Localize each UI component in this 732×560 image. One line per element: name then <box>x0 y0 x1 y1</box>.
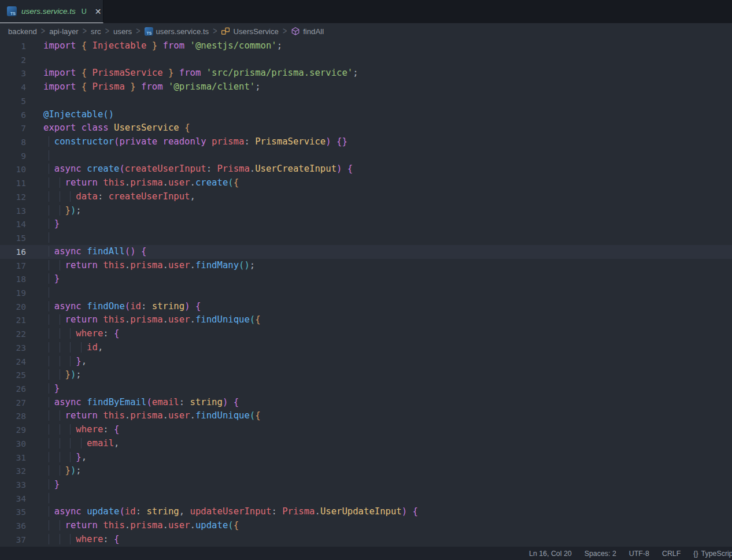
line-number[interactable]: 37 <box>0 533 26 547</box>
code-line-6[interactable]: 6@Injectable() <box>0 108 732 122</box>
close-icon[interactable]: ✕ <box>95 8 102 16</box>
line-number[interactable]: 23 <box>0 341 26 355</box>
line-number[interactable]: 30 <box>0 437 26 451</box>
breadcrumb-item-usersservice[interactable]: UsersService <box>219 27 280 36</box>
code-line-32[interactable]: 32 }); <box>0 464 732 478</box>
code-line-25[interactable]: 25 }); <box>0 368 732 382</box>
code-line-16[interactable]: 16 async findAll() { <box>0 245 732 259</box>
line-number[interactable]: 2 <box>0 53 26 67</box>
line-number[interactable]: 9 <box>0 149 26 163</box>
line-number[interactable]: 31 <box>0 451 26 465</box>
line-number[interactable]: 13 <box>0 204 26 218</box>
code-line-23[interactable]: 23 id, <box>0 341 732 355</box>
line-number[interactable]: 10 <box>0 162 26 176</box>
line-number[interactable]: 1 <box>0 39 26 53</box>
token <box>43 191 76 202</box>
line-number[interactable]: 27 <box>0 396 26 410</box>
code-line-9[interactable]: 9 <box>0 149 732 163</box>
breadcrumb-item-backend[interactable]: backend <box>6 27 39 36</box>
line-number[interactable]: 6 <box>0 108 26 122</box>
code-line-5[interactable]: 5 <box>0 94 732 108</box>
token <box>43 465 65 476</box>
line-number[interactable]: 33 <box>0 478 26 492</box>
code-line-15[interactable]: 15 <box>0 231 732 245</box>
code-line-35[interactable]: 35 async update(id: string, updateUserIn… <box>0 505 732 519</box>
line-number[interactable]: 22 <box>0 327 26 341</box>
code-line-18[interactable]: 18 } <box>0 272 732 286</box>
line-number[interactable]: 20 <box>0 300 26 314</box>
line-number[interactable]: 5 <box>0 94 26 108</box>
code-line-10[interactable]: 10 async create(createUserInput: Prisma.… <box>0 162 732 176</box>
status-item-crlf[interactable]: CRLF <box>662 550 681 558</box>
code-line-12[interactable]: 12 data: createUserInput, <box>0 190 732 204</box>
line-number[interactable]: 18 <box>0 272 26 286</box>
line-number[interactable]: 34 <box>0 492 26 506</box>
line-number[interactable]: 3 <box>0 66 26 80</box>
code-line-21[interactable]: 21 return this.prisma.user.findUnique({ <box>0 313 732 327</box>
line-number[interactable]: 14 <box>0 217 26 231</box>
code-line-26[interactable]: 26 } <box>0 382 732 396</box>
code-line-20[interactable]: 20 async findOne(id: string) { <box>0 300 732 314</box>
line-number[interactable]: 28 <box>0 409 26 423</box>
code-line-24[interactable]: 24 }, <box>0 355 732 369</box>
code-line-13[interactable]: 13 }); <box>0 204 732 218</box>
code-line-19[interactable]: 19 <box>0 286 732 300</box>
line-number[interactable]: 36 <box>0 519 26 533</box>
code-line-33[interactable]: 33 } <box>0 478 732 492</box>
status-item-utf-8[interactable]: UTF-8 <box>629 550 649 558</box>
code-line-17[interactable]: 17 return this.prisma.user.findMany(); <box>0 259 732 273</box>
line-number[interactable]: 26 <box>0 382 26 396</box>
code-line-4[interactable]: 4import { Prisma } from '@prisma/client'… <box>0 80 732 94</box>
line-number[interactable]: 4 <box>0 80 26 94</box>
code-line-36[interactable]: 36 return this.prisma.user.update({ <box>0 519 732 533</box>
token: ) <box>71 369 76 380</box>
token <box>43 287 54 298</box>
token: return <box>65 520 98 531</box>
line-number[interactable]: 8 <box>0 135 26 149</box>
line-number[interactable]: 24 <box>0 355 26 369</box>
status-item-ln-16-col-20[interactable]: Ln 16, Col 20 <box>529 550 572 558</box>
line-number[interactable]: 7 <box>0 121 26 135</box>
line-number[interactable]: 17 <box>0 259 26 273</box>
line-number[interactable]: 32 <box>0 464 26 478</box>
breadcrumb-item-api-layer[interactable]: api-layer <box>47 27 80 36</box>
code-line-11[interactable]: 11 return this.prisma.user.create({ <box>0 176 732 190</box>
line-number[interactable]: 11 <box>0 176 26 190</box>
code-line-2[interactable]: 2 <box>0 53 732 67</box>
code-line-27[interactable]: 27 async findByEmail(email: string) { <box>0 396 732 410</box>
line-number[interactable]: 29 <box>0 423 26 437</box>
breadcrumb-item-src[interactable]: src <box>89 27 103 36</box>
code-line-8[interactable]: 8 constructor(private readonly prisma: P… <box>0 135 732 149</box>
tab-users-service[interactable]: users.service.ts U ✕ <box>0 0 103 23</box>
code-line-14[interactable]: 14 } <box>0 217 732 231</box>
code-line-28[interactable]: 28 return this.prisma.user.findUnique({ <box>0 409 732 423</box>
line-number[interactable]: 35 <box>0 505 26 519</box>
line-number[interactable]: 15 <box>0 231 26 245</box>
line-content: @Injectable() <box>26 108 114 122</box>
code-line-7[interactable]: 7export class UsersService { <box>0 121 732 135</box>
line-number[interactable]: 16 <box>0 245 26 259</box>
status-item-spaces-2[interactable]: Spaces: 2 <box>585 550 616 558</box>
breadcrumb-item-findall[interactable]: findAll <box>289 27 326 36</box>
code-line-34[interactable]: 34 <box>0 492 732 506</box>
token <box>98 520 103 531</box>
line-number[interactable]: 19 <box>0 286 26 300</box>
line-content: where: { <box>26 533 119 547</box>
line-number[interactable]: 12 <box>0 190 26 204</box>
code-line-37[interactable]: 37 where: { <box>0 533 732 547</box>
breadcrumb-item-users-service-ts[interactable]: users.service.ts <box>143 27 211 36</box>
code-line-22[interactable]: 22 where: { <box>0 327 732 341</box>
code-editor[interactable]: 1import { Injectable } from '@nestjs/com… <box>0 39 732 547</box>
code-line-29[interactable]: 29 where: { <box>0 423 732 437</box>
line-number[interactable]: 21 <box>0 313 26 327</box>
code-line-30[interactable]: 30 email, <box>0 437 732 451</box>
token <box>43 369 65 380</box>
breadcrumb-item-users[interactable]: users <box>112 27 134 36</box>
code-line-3[interactable]: 3import { PrismaService } from 'src/pris… <box>0 66 732 80</box>
token: string <box>190 397 223 407</box>
code-line-31[interactable]: 31 }, <box>0 451 732 465</box>
line-number[interactable]: 25 <box>0 368 26 382</box>
code-line-1[interactable]: 1import { Injectable } from '@nestjs/com… <box>0 39 732 53</box>
token <box>43 328 76 339</box>
status-item-typescript[interactable]: {}TypeScript <box>693 550 732 558</box>
